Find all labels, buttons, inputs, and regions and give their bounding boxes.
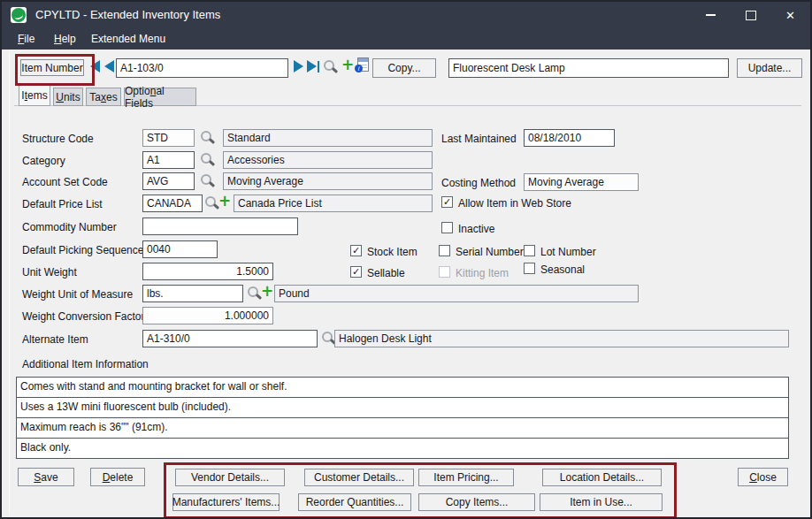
weight-unit-of-measure-label: Weight Unit of Measure <box>22 288 133 301</box>
delete-button[interactable]: Delete <box>90 468 145 486</box>
inactive-label: Inactive <box>458 223 494 235</box>
default-price-list-new-icon[interactable]: + <box>218 194 231 208</box>
default-picking-sequence-label: Default Picking Sequence <box>22 244 143 256</box>
alternate-item-input[interactable] <box>142 330 318 347</box>
default-price-list-input[interactable] <box>142 195 203 212</box>
default-price-list-description: Canada Price List <box>234 195 433 212</box>
tab-units[interactable]: Units <box>53 88 83 106</box>
nav-next-icon[interactable] <box>294 60 303 73</box>
commodity-number-input[interactable] <box>142 218 298 235</box>
structure-code-description: Standard <box>223 129 433 147</box>
close-button[interactable]: Close <box>738 468 788 486</box>
save-button[interactable]: Save <box>18 468 74 486</box>
account-set-code-input[interactable] <box>142 172 195 190</box>
close-button-titlebar[interactable]: ✕ <box>770 2 810 28</box>
additional-item-information-label: Additional Item Information <box>22 358 149 370</box>
default-picking-sequence-input[interactable] <box>142 240 218 258</box>
category-input[interactable] <box>142 151 195 169</box>
allow-web-store-checkbox[interactable]: ✓ <box>441 196 453 208</box>
serial-number-label: Serial Number <box>456 246 524 258</box>
location-details-button[interactable]: Location Details... <box>542 469 662 486</box>
kitting-item-label: Kitting Item <box>456 267 509 279</box>
menu-bar: File Help Extended Menu <box>2 28 810 50</box>
default-price-list-finder-icon[interactable] <box>204 196 218 210</box>
structure-code-input[interactable] <box>142 129 195 147</box>
stock-item-checkbox[interactable]: ✓ <box>350 245 362 256</box>
item-description-input[interactable] <box>448 58 729 78</box>
stock-item-label: Stock Item <box>367 246 417 258</box>
weight-uom-description: Pound <box>274 285 639 302</box>
manufacturers-items-button[interactable]: Manufacturers' Items... <box>172 493 280 511</box>
app-window: CPYLTD - Extended Inventory Items ✕ File… <box>0 0 812 519</box>
customer-details-button[interactable]: Customer Details... <box>304 469 414 486</box>
item-number-input[interactable] <box>116 58 288 78</box>
costing-method-value: Moving Average <box>524 173 639 191</box>
tab-optional-fields[interactable]: Optional Fields <box>124 88 196 106</box>
copy-items-button[interactable]: Copy Items... <box>418 493 535 511</box>
additional-info-row[interactable]: Maximum reach is 36"" (91cm). <box>16 417 789 439</box>
category-label: Category <box>22 155 65 167</box>
nav-previous-icon[interactable] <box>104 60 114 73</box>
maximize-button[interactable] <box>731 2 770 28</box>
item-number-button[interactable]: Item Number <box>20 59 84 76</box>
account-set-code-description: Moving Average <box>223 172 433 190</box>
minimize-button[interactable] <box>691 2 731 28</box>
item-in-use-button[interactable]: Item in Use... <box>540 493 663 511</box>
seasonal-label: Seasonal <box>540 263 585 276</box>
drilldown-icon[interactable]: i <box>357 57 369 72</box>
menu-extended-menu[interactable]: Extended Menu <box>91 33 165 45</box>
commodity-number-label: Commodity Number <box>22 221 117 233</box>
category-finder-icon[interactable] <box>200 153 214 167</box>
alternate-item-finder-icon[interactable] <box>321 332 335 346</box>
default-price-list-label: Default Price List <box>22 198 103 210</box>
title-bar: CPYLTD - Extended Inventory Items ✕ <box>2 2 810 28</box>
inactive-checkbox[interactable] <box>441 222 453 233</box>
reorder-quantities-button[interactable]: Reorder Quantities... <box>298 493 411 511</box>
nav-first-icon[interactable] <box>90 60 100 73</box>
lot-number-label: Lot Number <box>540 246 596 258</box>
account-set-code-label: Account Set Code <box>22 176 108 188</box>
additional-info-row[interactable]: Uses a 13W mini fluorescent bulb (includ… <box>16 397 789 418</box>
menu-file[interactable]: File <box>18 33 34 45</box>
unit-weight-label: Unit Weight <box>22 266 77 279</box>
client-edge <box>9 51 10 515</box>
finder-icon[interactable] <box>323 60 337 74</box>
app-icon <box>11 7 27 23</box>
seasonal-checkbox[interactable] <box>524 263 535 274</box>
copy-button[interactable]: Copy... <box>372 58 436 78</box>
lot-number-checkbox[interactable] <box>524 245 535 256</box>
weight-uom-finder-icon[interactable] <box>247 286 261 301</box>
update-button[interactable]: Update... <box>737 58 802 78</box>
menu-help[interactable]: Help <box>54 33 76 45</box>
nav-last-icon[interactable] <box>307 60 317 73</box>
weight-conversion-factor-input[interactable] <box>142 307 273 324</box>
weight-unit-of-measure-input[interactable] <box>142 285 243 302</box>
last-maintained-label: Last Maintained <box>441 133 517 145</box>
structure-code-label: Structure Code <box>22 133 94 145</box>
tab-taxes[interactable]: Taxes <box>86 88 121 106</box>
category-description: Accessories <box>223 151 433 169</box>
sellable-label: Sellable <box>367 267 405 279</box>
window-title: CPYLTD - Extended Inventory Items <box>35 8 220 21</box>
allow-web-store-label: Allow Item in Web Store <box>458 197 571 210</box>
weight-uom-new-icon[interactable]: + <box>261 284 273 298</box>
additional-info-row[interactable]: Comes with stand and mounting bracket fo… <box>16 377 789 398</box>
account-set-code-finder-icon[interactable] <box>200 174 214 188</box>
new-icon[interactable]: + <box>341 57 354 72</box>
item-pricing-button[interactable]: Item Pricing... <box>418 469 514 486</box>
tab-items[interactable]: Items <box>19 83 50 106</box>
weight-conversion-factor-label: Weight Conversion Factor <box>22 310 145 323</box>
last-maintained-input[interactable] <box>524 129 615 147</box>
sellable-checkbox[interactable]: ✓ <box>350 266 362 278</box>
unit-weight-input[interactable] <box>142 263 273 280</box>
structure-code-finder-icon[interactable] <box>200 131 214 145</box>
kitting-item-checkbox <box>439 266 450 278</box>
vendor-details-button[interactable]: Vendor Details... <box>175 469 285 486</box>
serial-number-checkbox[interactable] <box>439 245 450 256</box>
additional-info-row[interactable]: Black only. <box>16 438 789 459</box>
close-icon: ✕ <box>785 9 795 22</box>
alternate-item-description: Halogen Desk Light <box>334 330 789 347</box>
alternate-item-label: Alternate Item <box>22 333 88 346</box>
costing-method-label: Costing Method <box>441 177 516 189</box>
nav-last-bar <box>318 61 319 73</box>
